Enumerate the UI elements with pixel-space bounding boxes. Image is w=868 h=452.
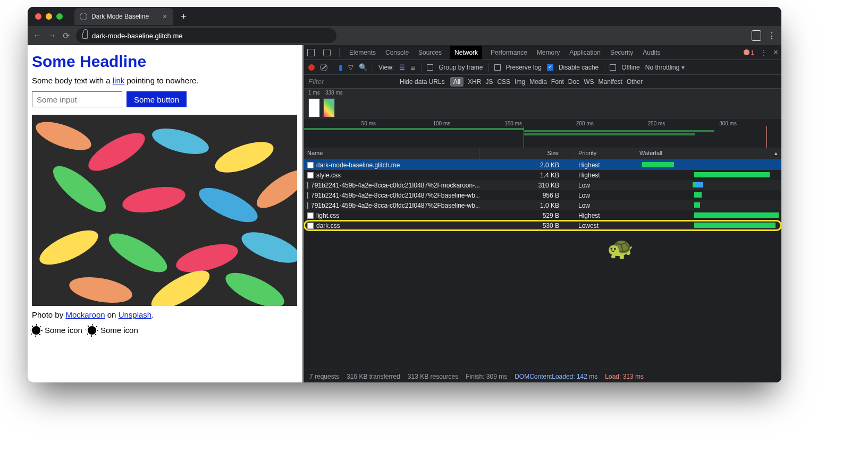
devtools-tab-performance[interactable]: Performance xyxy=(490,49,528,56)
lock-icon xyxy=(82,32,88,39)
file-priority: Highest xyxy=(575,161,636,169)
timeline-tick: 150 ms xyxy=(504,121,522,126)
browser-window: Dark Mode Baseline × + ← → ⟳ dark-mode-b… xyxy=(28,7,781,382)
table-row[interactable]: light.css529 BHighest xyxy=(304,210,781,220)
url-text: dark-mode-baseline.glitch.me xyxy=(92,32,183,40)
file-priority: Low xyxy=(575,202,636,209)
forward-button[interactable]: → xyxy=(48,31,56,40)
throttling-select[interactable]: No throttling xyxy=(645,64,685,71)
demo-input[interactable] xyxy=(32,91,122,107)
filter-input[interactable] xyxy=(304,76,389,87)
table-row[interactable]: 791b2241-459b-4a2e-8cca-c0fdc21f0487%2Fm… xyxy=(304,180,781,190)
file-icon xyxy=(307,223,314,229)
sun-icon xyxy=(32,326,40,335)
table-row[interactable]: 791b2241-459b-4a2e-8cca-c0fdc21f0487%2Fb… xyxy=(304,200,781,210)
devtools-tab-security[interactable]: Security xyxy=(609,49,634,56)
file-name: 791b2241-459b-4a2e-8cca-c0fdc21f0487%2Fb… xyxy=(311,192,479,199)
waterfall-cell xyxy=(636,200,781,210)
group-by-frame-checkbox[interactable] xyxy=(427,64,433,71)
col-priority[interactable]: Priority xyxy=(575,148,636,159)
status-load: Load: 313 ms xyxy=(605,373,644,380)
type-pill-js[interactable]: JS xyxy=(485,78,493,86)
devtools-menu-icon[interactable]: ⋮ xyxy=(761,49,767,56)
record-icon[interactable] xyxy=(308,64,315,71)
device-icon[interactable] xyxy=(323,49,331,56)
hero-image xyxy=(32,115,297,306)
filter-row: Hide data URLs AllXHRJSCSSImgMediaFontDo… xyxy=(304,75,781,89)
devtools-tab-console[interactable]: Console xyxy=(384,49,410,56)
type-pill-img[interactable]: Img xyxy=(515,78,525,86)
overview-strip[interactable]: 1 ms 338 ms xyxy=(304,89,781,118)
preserve-log-checkbox[interactable] xyxy=(494,64,501,71)
type-pill-doc[interactable]: Doc xyxy=(568,78,579,86)
type-pill-manifest[interactable]: Manifest xyxy=(599,78,622,86)
new-tab-button[interactable]: + xyxy=(173,11,194,22)
devtools-tab-application[interactable]: Application xyxy=(568,49,602,56)
type-pill-all[interactable]: All xyxy=(450,77,464,87)
sun-icon xyxy=(88,326,96,335)
waterfall-cell xyxy=(636,170,781,180)
devtools-tab-memory[interactable]: Memory xyxy=(536,49,561,56)
network-toolbar: ▮ ▽ 🔍 View: ☰ ≣ Group by frame Preserve … xyxy=(304,60,781,75)
col-waterfall[interactable]: Waterfall▴ xyxy=(636,148,781,159)
devtools-tab-network[interactable]: Network xyxy=(450,46,482,59)
type-pill-css[interactable]: CSS xyxy=(497,78,510,86)
devtools-tab-sources[interactable]: Sources xyxy=(417,49,443,56)
type-pill-xhr[interactable]: XHR xyxy=(468,78,481,86)
offline-checkbox[interactable] xyxy=(610,64,616,71)
demo-button[interactable]: Some button xyxy=(127,91,187,107)
close-devtools-icon[interactable]: × xyxy=(773,48,778,57)
browser-tab[interactable]: Dark Mode Baseline × xyxy=(74,8,173,25)
file-name: style.css xyxy=(316,172,341,179)
disable-cache-checkbox[interactable] xyxy=(547,64,553,71)
close-tab-icon[interactable]: × xyxy=(163,12,167,21)
body-link[interactable]: link xyxy=(113,76,125,85)
file-size: 529 B xyxy=(479,212,575,219)
browser-menu-icon[interactable]: ⋮ xyxy=(768,31,776,41)
close-window-icon[interactable] xyxy=(35,13,41,20)
col-name[interactable]: Name xyxy=(304,148,479,159)
back-button[interactable]: ← xyxy=(33,31,41,40)
type-pill-media[interactable]: Media xyxy=(529,78,547,86)
filter-icon[interactable]: ▽ xyxy=(348,63,353,71)
status-finish: Finish: 309 ms xyxy=(466,373,507,380)
file-priority: Highest xyxy=(575,172,636,179)
timeline-tick: 300 ms xyxy=(719,121,737,126)
search-icon[interactable]: 🔍 xyxy=(359,63,367,71)
table-row[interactable]: style.css1.4 KBHighest xyxy=(304,170,781,180)
extensions-icon[interactable] xyxy=(752,30,761,41)
file-icon xyxy=(307,212,314,219)
screenshot-icon[interactable]: ▮ xyxy=(339,63,343,72)
address-bar[interactable]: dark-mode-baseline.glitch.me xyxy=(76,28,336,43)
table-row[interactable]: 791b2241-459b-4a2e-8cca-c0fdc21f0487%2Fb… xyxy=(304,190,781,200)
view-large-icon[interactable]: ≣ xyxy=(410,64,416,71)
file-icon xyxy=(307,202,308,209)
view-list-icon[interactable]: ☰ xyxy=(399,64,405,71)
maximize-window-icon[interactable] xyxy=(56,13,63,20)
network-table: Name Size Priority Waterfall▴ dark-mode-… xyxy=(304,148,781,370)
devtools-tab-audits[interactable]: Audits xyxy=(642,49,661,56)
timeline-tick: 100 ms xyxy=(433,121,450,126)
traffic-lights xyxy=(28,13,70,20)
inspect-icon[interactable] xyxy=(307,49,315,56)
type-pill-other[interactable]: Other xyxy=(627,78,643,86)
devtools-tab-elements[interactable]: Elements xyxy=(348,49,377,56)
type-pill-ws[interactable]: WS xyxy=(584,78,594,86)
file-priority: Low xyxy=(575,192,636,199)
globe-icon xyxy=(80,13,87,20)
credit-author-link[interactable]: Mockaroon xyxy=(65,310,105,319)
credit-site-link[interactable]: Unsplash xyxy=(119,310,152,319)
reload-button[interactable]: ⟳ xyxy=(63,31,70,41)
file-icon xyxy=(307,172,314,178)
table-row[interactable]: dark-mode-baseline.glitch.me2.0 KBHighes… xyxy=(304,160,781,170)
page-viewport[interactable]: Some Headline Some body text with a link… xyxy=(28,45,304,382)
status-resources: 313 KB resources xyxy=(408,373,458,380)
error-count-badge[interactable]: 1 xyxy=(744,49,754,56)
table-row[interactable]: dark.css530 BLowest xyxy=(304,220,781,231)
waterfall-cell xyxy=(636,190,781,200)
minimize-window-icon[interactable] xyxy=(46,13,52,20)
col-size[interactable]: Size xyxy=(479,148,575,159)
clear-icon[interactable] xyxy=(320,64,327,71)
type-pill-font[interactable]: Font xyxy=(551,78,564,86)
timeline[interactable]: 50 ms100 ms150 ms200 ms250 ms300 ms xyxy=(304,118,781,148)
